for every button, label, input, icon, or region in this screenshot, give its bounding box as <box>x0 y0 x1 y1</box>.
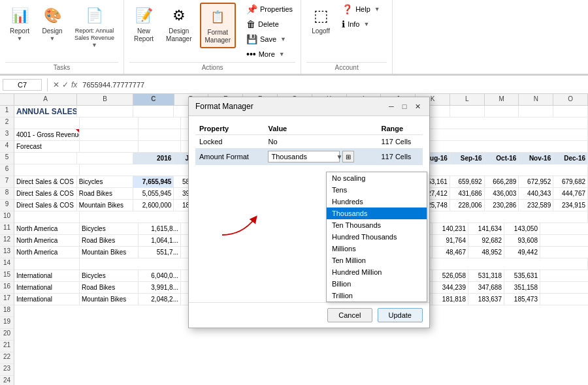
cell-e9[interactable]: 189,192 <box>208 200 243 211</box>
cell-l13[interactable]: 48,952 <box>468 247 504 258</box>
cell-l11[interactable]: 141,634 <box>468 223 504 235</box>
cell-a13[interactable]: North America <box>14 247 80 258</box>
col-header-i[interactable]: I <box>347 94 382 105</box>
cell-h1[interactable] <box>312 106 347 117</box>
col-header-k[interactable]: K <box>416 94 450 105</box>
cell-l9[interactable]: 228,006 <box>450 200 485 211</box>
cell-g7[interactable]: 627,674 <box>278 176 312 188</box>
cell-k12[interactable]: 91,764 <box>433 235 468 247</box>
cell-b7[interactable]: Bicycles <box>77 176 133 188</box>
new-report-button[interactable]: 📝 NewReport <box>129 3 158 46</box>
cell-o8[interactable]: 444,767 <box>553 188 588 200</box>
cell-b9[interactable]: Mountain Bikes <box>77 200 133 211</box>
report-button[interactable]: 📊 Report ▼ <box>5 3 34 44</box>
cell-a8[interactable]: Direct Sales & COS <box>14 188 77 200</box>
cell-a5[interactable] <box>14 153 77 164</box>
cell-k13[interactable]: 48,467 <box>433 247 468 258</box>
cell-b13[interactable]: Mountain Bikes <box>80 247 139 258</box>
cell-a12[interactable]: North America <box>14 235 80 247</box>
col-header-d[interactable]: D <box>174 94 209 105</box>
cell-j17[interactable]: 180,018 <box>397 294 433 305</box>
cell-k9[interactable]: 225,748 <box>416 200 450 211</box>
cell-o7[interactable]: 679,682 <box>553 176 588 188</box>
info-button[interactable]: ℹ Info ▼ <box>339 18 383 31</box>
col-header-j[interactable]: J <box>381 94 416 105</box>
cell-b17[interactable]: Mountain Bikes <box>80 294 139 305</box>
col-header-h[interactable]: H <box>312 94 347 105</box>
more-button[interactable]: ••• More ▼ <box>244 48 295 61</box>
cell-b16[interactable]: Road Bikes <box>80 282 139 294</box>
cell-b11[interactable]: Bicycles <box>80 223 139 235</box>
cell-i15[interactable]: 2 <box>361 270 397 282</box>
cell-j7[interactable]: 646,694 <box>381 176 416 188</box>
format-manager-button[interactable]: 📋 FormatManager <box>200 3 236 48</box>
cell-i5[interactable]: Jun-16 <box>346 153 381 164</box>
cell-a7[interactable]: Direct Sales & COS <box>14 176 77 188</box>
cell-d7[interactable]: 585,974 <box>174 176 208 188</box>
cell-m13[interactable]: 49,442 <box>504 247 540 258</box>
cell-m7[interactable]: 666,289 <box>485 176 519 188</box>
cell-c13[interactable]: 551,7... <box>139 247 181 258</box>
cell-n5[interactable]: Nov-16 <box>519 153 553 164</box>
cell-o5[interactable]: Dec-16 <box>553 153 588 164</box>
cell-b15[interactable]: Bicycles <box>80 270 139 282</box>
cell-k8[interactable]: 427,412 <box>416 188 450 200</box>
cell-c1[interactable] <box>133 106 174 117</box>
cell-c9[interactable]: 2,600,000 <box>133 200 174 211</box>
cell-l1[interactable] <box>450 106 485 117</box>
cell-m17[interactable]: 185,473 <box>504 294 540 305</box>
col-header-e[interactable]: E <box>208 94 243 105</box>
cell-i16[interactable]: 6 <box>361 282 397 294</box>
cell-k5[interactable]: Aug-16 <box>416 153 450 164</box>
cell-m9[interactable]: 230,286 <box>485 200 519 211</box>
cell-b8[interactable]: Road Bikes <box>77 188 133 200</box>
cell-k11[interactable]: 140,231 <box>433 223 468 235</box>
cell-i1[interactable] <box>346 106 381 117</box>
cell-o1[interactable] <box>553 106 588 117</box>
design-button[interactable]: 🎨 Design ▼ <box>38 3 67 44</box>
cell-n1[interactable] <box>519 106 553 117</box>
cell-k7[interactable]: 653,161 <box>416 176 450 188</box>
cell-m8[interactable]: 436,003 <box>485 188 519 200</box>
cell-n9[interactable]: 232,589 <box>519 200 553 211</box>
cell-l15[interactable]: 531,318 <box>468 270 504 282</box>
cell-a16[interactable]: International <box>14 282 80 294</box>
cell-g5[interactable]: Apr-16 <box>278 153 312 164</box>
cell-d8[interactable]: 398,655 <box>174 188 208 200</box>
cell-k15[interactable]: 526,058 <box>433 270 468 282</box>
cell-m5[interactable]: Oct-16 <box>485 153 519 164</box>
cell-l7[interactable]: 659,692 <box>450 176 485 188</box>
cell-n8[interactable]: 440,343 <box>519 188 553 200</box>
cell-i13[interactable]: 4 <box>361 247 397 258</box>
cell-k16[interactable]: 344,239 <box>433 282 468 294</box>
cell-j16[interactable]: 340,831 <box>397 282 433 294</box>
cell-b4[interactable] <box>80 141 139 153</box>
cell-c5[interactable]: 2016 <box>133 153 174 164</box>
design-manager-button[interactable]: ⚙ DesignManager <box>162 3 195 46</box>
cell-j1[interactable] <box>381 106 416 117</box>
col-header-o[interactable]: O <box>553 94 588 105</box>
cell-i7[interactable]: 640,291 <box>346 176 381 188</box>
cell-l16[interactable]: 347,688 <box>468 282 504 294</box>
col-header-g[interactable]: G <box>278 94 312 105</box>
cell-c4[interactable] <box>139 141 181 153</box>
cell-d9[interactable]: 187,319 <box>174 200 208 211</box>
cell-d5[interactable]: Jan-16 <box>174 153 208 164</box>
cell-m15[interactable]: 535,631 <box>504 270 540 282</box>
cell-a9[interactable]: Direct Sales & COS <box>14 200 77 211</box>
col-header-a[interactable]: A <box>14 94 77 105</box>
cell-a11[interactable]: North America <box>14 223 80 235</box>
cell-m12[interactable]: 93,608 <box>504 235 540 247</box>
cell-f9[interactable]: 191,084 <box>243 200 278 211</box>
cell-c15[interactable]: 6,040,0... <box>139 270 181 282</box>
cell-reference[interactable]: C7 <box>3 79 42 91</box>
confirm-formula-icon[interactable]: ✓ <box>62 80 69 89</box>
cell-j12[interactable]: 90,855 <box>397 235 433 247</box>
properties-button[interactable]: 📌 Properties <box>244 3 295 16</box>
cell-f1[interactable] <box>243 106 278 117</box>
cell-j11[interactable]: 138,843 <box>397 223 433 235</box>
col-header-n[interactable]: N <box>519 94 553 105</box>
cell-h7[interactable]: 633,951 <box>312 176 347 188</box>
cell-o9[interactable]: 234,915 <box>553 200 588 211</box>
cell-m16[interactable]: 351,158 <box>504 282 540 294</box>
